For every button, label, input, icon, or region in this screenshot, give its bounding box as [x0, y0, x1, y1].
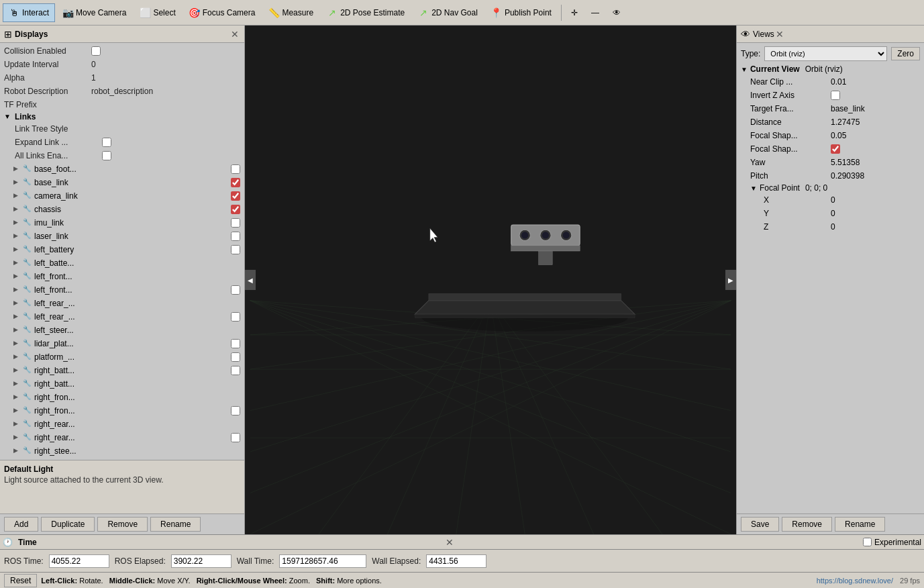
focal-point-label: Focal Point [760, 183, 800, 193]
list-item[interactable]: ▶ 🔧 imu_link [0, 216, 244, 230]
distance-value: 1.27475 [831, 117, 920, 127]
link-checkbox[interactable] [231, 191, 240, 201]
view-arrow-left[interactable]: ◀ [245, 270, 256, 290]
links-section-header[interactable]: ▼ Links [0, 111, 244, 122]
list-item[interactable]: ▶ 🔧 left_rear_... [0, 310, 244, 324]
link-checkbox[interactable] [231, 433, 240, 442]
nav-goal-button[interactable]: ↗ 2D Nav Goal [412, 3, 484, 22]
3d-canvas[interactable] [245, 26, 736, 534]
list-item[interactable]: ▶ 🔧 right_fron... [0, 404, 244, 418]
list-item[interactable]: ▶ 🔧 left_batte... [0, 256, 244, 270]
focal-shape2-checkbox[interactable] [831, 144, 840, 154]
list-item[interactable]: ▶ 🔧 platform_... [0, 350, 244, 364]
invert-z-checkbox[interactable] [831, 91, 840, 100]
experimental-label: Experimental [874, 538, 921, 547]
list-item[interactable]: ▶ 🔧 lidar_plat... [0, 337, 244, 350]
interact-button[interactable]: 🖱 Interact [3, 3, 55, 22]
rename-button[interactable]: Rename [150, 517, 201, 532]
link-checkbox[interactable] [231, 366, 240, 375]
add-button[interactable]: Add [4, 517, 38, 532]
expand-icon: ▶ [13, 420, 21, 428]
link-checkbox[interactable] [231, 232, 240, 241]
wrench-icon: 🔧 [23, 205, 32, 214]
focus-camera-button[interactable]: 🎯 Focus Camera [183, 3, 262, 22]
type-select[interactable]: Orbit (rviz) [764, 46, 887, 61]
list-item[interactable]: ▶ 🔧 base_link [0, 176, 244, 189]
link-checkbox[interactable] [231, 406, 240, 415]
link-checkbox[interactable] [231, 245, 240, 254]
expand-link-checkbox[interactable] [102, 138, 111, 147]
publish-point-button[interactable]: 📍 Publish Point [485, 3, 558, 22]
expand-icon: ▶ [13, 434, 21, 442]
list-item[interactable]: ▶ 🔧 chassis [0, 203, 244, 216]
list-item[interactable]: ▶ 🔧 right_stee... [0, 444, 244, 458]
views-remove-button[interactable]: Remove [782, 517, 832, 532]
zero-button[interactable]: Zero [891, 47, 920, 60]
list-item[interactable]: ▶ 🔧 right_batt... [0, 377, 244, 391]
list-item[interactable]: ▶ 🔧 left_steer... [0, 324, 244, 337]
select-button[interactable]: ⬜ Select [134, 3, 181, 22]
near-clip-row: Near Clip ... 0.01 [737, 75, 924, 89]
wrench-icon: 🔧 [23, 366, 32, 375]
time-close-button[interactable]: ✕ [444, 537, 455, 548]
reset-button[interactable]: Reset [4, 574, 37, 587]
move-camera-button[interactable]: 📷 Move Camera [56, 3, 132, 22]
current-view-header[interactable]: ▼ Current View Orbit (rviz) [737, 63, 924, 75]
wrench-icon: 🔧 [23, 446, 32, 456]
measure-button[interactable]: 📏 Measure [262, 3, 319, 22]
list-item[interactable]: ▶ 🔧 left_battery [0, 243, 244, 256]
eye-button[interactable]: 👁 [607, 3, 627, 22]
current-view-label: Current View [750, 64, 800, 74]
focal-shape2-row: Focal Shap... [737, 142, 924, 156]
update-interval-value: 0 [91, 60, 240, 69]
ros-elapsed-input[interactable] [171, 554, 232, 568]
list-item[interactable]: ▶ 🔧 left_front... [0, 283, 244, 297]
list-item[interactable]: ▶ 🔧 base_foot... [0, 162, 244, 176]
expand-icon: ▶ [13, 313, 21, 321]
remove-button[interactable]: Remove [97, 517, 148, 532]
crosshair-button[interactable]: ✛ [565, 3, 584, 22]
list-item[interactable]: ▶ 🔧 right_rear... [0, 431, 244, 444]
link-checkbox[interactable] [231, 339, 240, 348]
views-save-button[interactable]: Save [741, 517, 779, 532]
list-item[interactable]: ▶ 🔧 right_batt... [0, 364, 244, 377]
robot-description-row: Robot Description robot_description [0, 85, 244, 98]
list-item[interactable]: ▶ 🔧 right_fron... [0, 391, 244, 404]
expand-icon: ▶ [13, 192, 21, 200]
wall-time-input[interactable] [279, 554, 366, 568]
displays-close-button[interactable]: ✕ [229, 29, 240, 40]
views-rename-button[interactable]: Rename [835, 517, 885, 532]
focal-point-header[interactable]: ▼ Focal Point 0; 0; 0 [737, 183, 924, 193]
line-button[interactable]: — [585, 3, 605, 22]
link-checkbox[interactable] [231, 164, 240, 174]
wrench-icon: 🔧 [23, 299, 32, 308]
3d-view[interactable]: ◀ [245, 26, 736, 534]
views-close-button[interactable]: ✕ [774, 29, 785, 40]
ros-time-input[interactable] [49, 554, 109, 568]
focal-z-row: Z 0 [737, 220, 924, 234]
link-checkbox[interactable] [231, 218, 240, 228]
all-links-checkbox[interactable] [102, 151, 111, 160]
list-item[interactable]: ▶ 🔧 camera_link [0, 189, 244, 203]
list-item[interactable]: ▶ 🔧 left_front... [0, 270, 244, 283]
collision-enabled-checkbox[interactable] [91, 46, 101, 56]
robot-description-value: robot_description [91, 87, 240, 96]
list-item[interactable]: ▶ 🔧 laser_link [0, 230, 244, 243]
link-checkbox[interactable] [231, 312, 240, 322]
ros-elapsed-label: ROS Elapsed: [115, 556, 166, 566]
view-arrow-right[interactable]: ▶ [725, 270, 736, 290]
link-checkbox[interactable] [231, 205, 240, 214]
svg-marker-25 [415, 314, 635, 317]
pose-estimate-button[interactable]: ↗ 2D Pose Estimate [321, 3, 411, 22]
svg-rect-27 [511, 246, 580, 251]
wrench-icon: 🔧 [23, 164, 32, 174]
duplicate-button[interactable]: Duplicate [41, 517, 95, 532]
displays-header: ⊞ Displays ✕ [0, 26, 244, 43]
list-item[interactable]: ▶ 🔧 right_rear... [0, 418, 244, 431]
experimental-checkbox[interactable] [863, 538, 872, 546]
link-checkbox[interactable] [231, 285, 240, 295]
link-checkbox[interactable] [231, 352, 240, 362]
list-item[interactable]: ▶ 🔧 left_rear_... [0, 297, 244, 310]
link-checkbox[interactable] [231, 178, 240, 187]
wall-elapsed-input[interactable] [426, 554, 486, 568]
